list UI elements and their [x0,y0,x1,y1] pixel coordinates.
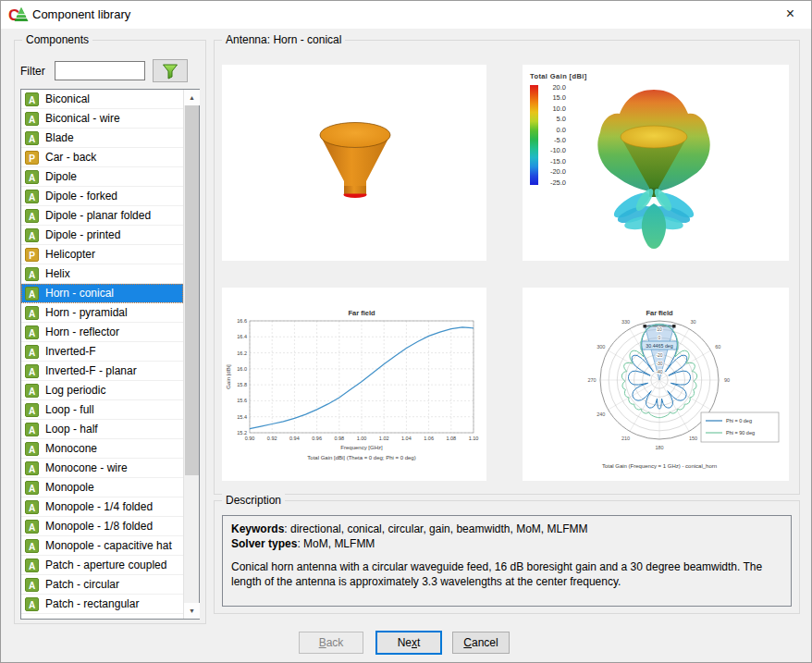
antenna-icon: A [25,559,39,572]
antenna-icon: A [25,520,39,534]
list-item-label: Patch - rectangular [45,597,139,610]
list-item-label: Patch - circular [45,578,119,591]
antenna-icon: A [25,228,39,242]
list-item[interactable]: A Inverted-F [21,342,183,362]
antenna-preview-group: Antenna: Horn - conical [214,40,800,495]
platform-icon: P [25,151,39,165]
list-item-label: Loop - half [45,423,98,436]
list-item[interactable]: A Dipole - planar folded [21,206,183,226]
chart-text: 0.90 [245,436,255,441]
chart-text: 1.00 [357,436,367,441]
list-item-label: Biconical [45,92,90,105]
list-item[interactable]: A Patch - circular [21,575,183,595]
chart-text: -30 [656,361,662,366]
colorbar-tick: -10.0 [542,145,566,155]
list-item[interactable]: A Dipole - forked [21,187,183,206]
list-item[interactable]: A Horn - pyramidal [21,303,183,323]
chart-text: 15.2 [237,430,247,436]
antenna-icon: A [25,92,39,106]
list-item[interactable]: A Horn - reflector [21,323,183,342]
preview-gain-3d: Total Gain [dBi] 20.015.010.05.00.0-5.0-… [523,65,789,261]
list-item[interactable]: A Monocone - wire [21,459,183,478]
chart-text: 15.6 [237,398,247,403]
list-item-label: Patch - aperture coupled [45,559,166,571]
list-item[interactable]: P Car - back [21,148,183,167]
list-scrollbar[interactable]: ▲ ▼ [183,90,199,619]
funnel-icon [161,62,179,80]
antenna-icon: A [25,442,39,456]
chart-text: 30.4465 deg [646,343,673,349]
back-button[interactable]: Back [299,632,363,654]
list-item[interactable]: A Log periodic [21,381,183,400]
list-item[interactable]: A Monopole - 1/4 folded [21,497,183,517]
chart-text: 1.02 [379,436,389,441]
next-button[interactable]: Next [375,631,442,655]
antenna-icon: A [25,345,39,359]
list-item-label: Inverted-F [45,345,96,358]
close-icon[interactable]: × [769,1,811,29]
colorbar-tick: -15.0 [542,156,566,166]
list-item[interactable]: A Loop - half [21,420,183,439]
list-item-label: Monopole [45,481,94,494]
description-group: Description Keywords: directional, conic… [214,500,800,614]
list-item-label: Horn - reflector [45,325,119,338]
preview-horn-model [222,65,486,261]
chart-text: 16.2 [237,350,247,356]
chart-text: 300 [597,344,605,350]
list-item[interactable]: A Inverted-F - planar [21,362,183,381]
colorbar-tick: -20.0 [542,166,566,177]
list-item[interactable]: P Helicopter [21,245,183,264]
colorbar-tick: -5.0 [542,135,566,145]
antenna-icon: A [25,170,39,184]
chart-text: 60 [715,344,720,350]
scroll-up-icon[interactable]: ▲ [184,90,200,105]
component-library-dialog: C Component library × Components Filter [0,0,812,663]
scrollbar-thumb[interactable] [185,105,199,475]
chart-text: 150 [689,436,697,441]
antenna-icon: A [25,209,39,223]
antenna-icon: A [25,384,39,398]
list-item[interactable]: A Monopole - 1/8 folded [21,517,183,536]
chart-text: Far field [348,309,375,317]
list-item[interactable]: A Horn - conical [21,284,183,303]
filter-input[interactable] [55,61,145,80]
antenna-icon: A [25,500,39,514]
title-bar: C Component library × [1,1,811,29]
cancel-button[interactable]: Cancel [452,632,510,654]
scroll-down-icon[interactable]: ▼ [184,603,200,619]
colorbar-title: Total Gain [dBi] [530,72,587,80]
preview-polar-chart: Far field0306090120150180210240270300330… [523,288,789,481]
list-item[interactable]: A Monopole [21,478,183,497]
list-item[interactable]: A Loop - full [21,400,183,420]
antenna-icon: A [25,539,39,553]
list-item-label: Monopole - 1/8 folded [45,520,153,533]
list-item-label: Dipole [45,170,77,183]
description-group-title: Description [222,494,285,507]
chart-text: Phi = 90 deg [726,430,755,436]
list-item[interactable]: A Patch - aperture coupled [21,556,183,575]
filter-button[interactable] [153,59,188,82]
list-item[interactable]: A Patch - rectangular [21,595,183,614]
list-item[interactable]: A Biconical - wire [21,109,183,129]
list-item-label: Inverted-F - planar [45,364,137,377]
colorbar-tick: 10.0 [542,104,566,114]
antenna-icon: A [25,578,39,592]
chart-text: -40 [656,369,662,374]
antenna-icon: A [25,267,39,281]
list-item[interactable]: A Dipole - printed [21,226,183,245]
window-title: Component library [32,1,130,29]
chart-text: 270 [587,377,596,383]
antenna-icon: A [25,597,39,611]
list-item[interactable]: A Blade [21,129,183,148]
chart-text: 90 [724,377,730,383]
antenna-icon: A [25,306,39,320]
list-item[interactable]: A Biconical [21,90,183,109]
colorbar-ticks: 20.015.010.05.00.0-5.0-10.0-15.0-20.0-25… [542,82,566,188]
list-item[interactable]: A Helix [21,264,183,284]
list-item[interactable]: A Monocone [21,439,183,459]
antenna-icon: A [25,364,39,378]
list-item[interactable]: A Monopole - capacitive hat [21,536,183,556]
colorbar-tick: 5.0 [542,114,566,124]
list-item[interactable]: A Dipole [21,167,183,187]
antenna-icon: A [25,287,39,301]
